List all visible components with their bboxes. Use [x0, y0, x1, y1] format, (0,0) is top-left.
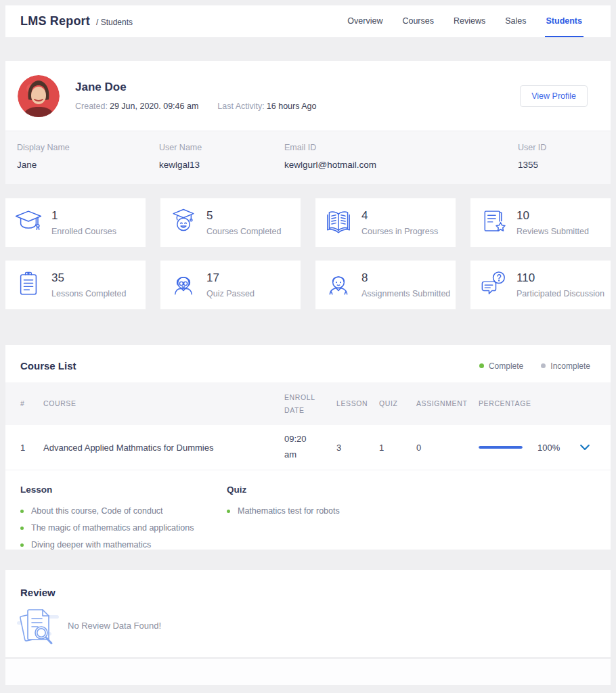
no-review-message: No Review Data Found! [68, 621, 161, 631]
field-email-id: Email ID kewlgurl@hotmail.com [284, 143, 518, 184]
row-quiz-count: 1 [379, 443, 416, 453]
review-card: Review No Review Data Found! [5, 570, 611, 657]
legend-incomplete: Incomplete [541, 361, 590, 371]
lesson-item: Diving deeper with mathematics [20, 540, 227, 550]
created-at: Created:29 Jun, 2020. 09:46 am [75, 102, 198, 111]
field-display-name: Display Name Jane [17, 143, 159, 184]
stat-value: 1 [51, 209, 116, 223]
course-list-card: Course List Complete Incomplete # COURSE… [5, 345, 611, 550]
assignment-person-icon [324, 269, 353, 300]
lesson-item: The magic of mathematics and application… [20, 523, 227, 533]
tab-sales[interactable]: Sales [504, 5, 527, 37]
quiz-detail-column: Quiz Mathematics test for robots [227, 485, 611, 557]
graduation-cap-icon [14, 207, 43, 238]
legend-complete: Complete [479, 361, 523, 371]
stat-assignments-submitted: 8 Assignments Submitted [315, 261, 456, 309]
stat-quiz-passed: 17 Quiz Passed [160, 261, 301, 309]
breadcrumb-current: / Students [96, 18, 133, 27]
course-row-details: Lesson About this course, Code of conduc… [5, 470, 611, 550]
footer-band [5, 659, 611, 685]
discussion-bubbles-icon [479, 269, 508, 300]
page-title: LMS Report [20, 14, 90, 28]
quiz-item: Mathematics test for robots [227, 506, 611, 516]
student-name: Jane Doe [75, 81, 316, 94]
progress-bar [479, 446, 523, 449]
tab-overview[interactable]: Overview [346, 5, 384, 37]
col-index: # [20, 397, 43, 410]
row-lesson-count: 3 [336, 443, 379, 453]
review-star-document-icon [479, 207, 508, 238]
avatar [18, 75, 60, 117]
view-profile-button[interactable]: View Profile [520, 85, 588, 107]
profile-meta: Created:29 Jun, 2020. 09:46 am Last Acti… [75, 102, 316, 111]
student-profile-card: Jane Doe Created:29 Jun, 2020. 09:46 am … [5, 61, 611, 131]
col-course: COURSE [43, 397, 284, 410]
stat-reviews-submitted: 10 Reviews Submitted [470, 198, 611, 247]
stats-grid: 1 Enrolled Courses 5 Courses Completed [5, 198, 611, 309]
bullet-dot-icon [227, 510, 230, 513]
complete-dot-icon [479, 363, 484, 368]
top-bar: LMS Report / Students Overview Courses R… [5, 5, 611, 37]
tab-courses[interactable]: Courses [401, 5, 435, 37]
percentage-value: 100% [537, 443, 562, 453]
breadcrumb: LMS Report / Students [20, 14, 133, 28]
graduate-student-icon [169, 207, 198, 238]
stat-courses-completed: 5 Courses Completed [160, 198, 301, 247]
tab-reviews[interactable]: Reviews [452, 5, 487, 37]
course-table-row[interactable]: 1 Advanced Applied Mathmatics for Dummie… [5, 425, 611, 470]
student-detail-fields: Display Name Jane User Name kewlgal13 Em… [5, 131, 611, 184]
bullet-dot-icon [20, 510, 24, 513]
last-activity: Last Activity:16 hours Ago [217, 102, 316, 111]
row-index: 1 [20, 443, 43, 453]
stat-label: Enrolled Courses [51, 227, 116, 236]
progress-legend: Complete Incomplete [479, 361, 590, 371]
stat-courses-in-progress: 4 Courses in Progress [315, 198, 456, 247]
col-enroll-date: ENROLL DATE [284, 391, 318, 417]
review-title: Review [20, 587, 611, 598]
col-lesson: LESSON [336, 397, 379, 410]
field-user-id: User ID 1355 [518, 143, 611, 184]
incomplete-dot-icon [541, 363, 546, 368]
lesson-detail-title: Lesson [20, 485, 227, 495]
no-data-document-search-icon [16, 605, 60, 646]
open-book-icon [324, 207, 353, 238]
lms-report-page: LMS Report / Students Overview Courses R… [0, 0, 616, 685]
row-course-name: Advanced Applied Mathmatics for Dummies [43, 443, 284, 453]
col-percentage: PERCENTAGE [479, 397, 611, 410]
lesson-item: About this course, Code of conduct [20, 506, 227, 516]
stat-participated-discussion: 110 Participated Discussion [470, 261, 611, 309]
row-expand-button[interactable] [578, 441, 592, 454]
stat-enrolled-courses: 1 Enrolled Courses [5, 198, 146, 247]
tab-students[interactable]: Students [545, 5, 584, 37]
quiz-person-icon [169, 269, 198, 300]
stat-lessons-completed: 35 Lessons Completed [5, 261, 146, 309]
profile-info: Jane Doe Created:29 Jun, 2020. 09:46 am … [75, 81, 316, 111]
review-empty-state: No Review Data Found! [20, 605, 611, 646]
course-list-title: Course List [20, 360, 76, 372]
row-enroll-date: 09:20 am [284, 432, 313, 463]
bullet-dot-icon [20, 527, 24, 530]
bullet-dot-icon [20, 543, 24, 547]
chevron-down-icon [578, 441, 592, 454]
clipboard-icon [14, 269, 43, 300]
quiz-detail-title: Quiz [227, 485, 611, 495]
col-assignment: ASSIGNMENT [416, 397, 479, 410]
report-nav-tabs: Overview Courses Reviews Sales Students [346, 5, 584, 37]
lesson-detail-column: Lesson About this course, Code of conduc… [20, 485, 227, 557]
col-quiz: QUIZ [379, 397, 416, 410]
field-user-name: User Name kewlgal13 [159, 143, 284, 184]
row-assignment-count: 0 [416, 443, 479, 453]
course-table-header: # COURSE ENROLL DATE LESSON QUIZ ASSIGNM… [5, 382, 611, 425]
